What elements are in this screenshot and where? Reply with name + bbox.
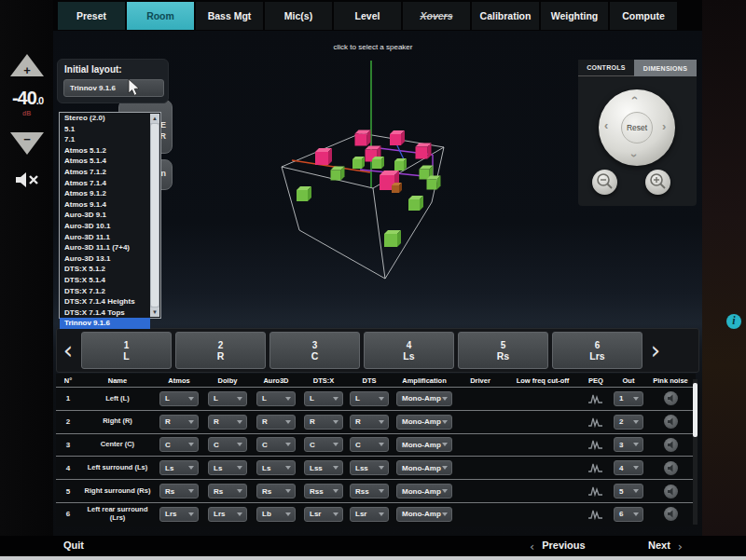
volume-down-button[interactable]: − [10,132,44,155]
layout-option-selected[interactable]: Trinnov 9.1.6 [60,318,150,329]
layout-option[interactable]: DTS:X 5.1.4 [60,275,150,286]
channel-button-4[interactable]: 4 Ls [364,332,454,369]
dolby-select[interactable]: Ls [208,460,247,475]
tab-weighting[interactable]: Weighting [541,2,608,30]
rotate-dpad[interactable]: › › › › Reset [599,89,675,166]
dts-select[interactable]: Lsr [350,507,389,522]
layout-option[interactable]: Auro-3D 9.1 [60,210,150,221]
tab-compute[interactable]: Compute [610,2,677,30]
dolby-select[interactable]: L [208,391,247,406]
zoom-in-button[interactable] [645,170,670,195]
layout-option[interactable]: DTS:X 7.1.4 Heights [60,296,150,307]
auro3d-select[interactable]: Ls [256,460,296,475]
layout-option[interactable]: 5.1 [60,124,150,135]
amplification-select[interactable]: Mono-Amp [396,484,452,499]
layout-option[interactable]: Auro-3D 13.1 [60,253,150,265]
amplification-select[interactable]: Mono-Amp [396,415,452,430]
auro3d-select[interactable]: L [256,391,296,406]
chevron-left-icon[interactable]: › [604,122,608,131]
peq-icon[interactable] [588,462,603,473]
layout-option[interactable]: Atmos 7.1.4 [60,178,150,189]
dolby-select[interactable]: C [208,437,247,452]
layout-option[interactable]: DTS:X 5.1.2 [60,264,150,275]
channel-button-1[interactable]: 1 L [81,332,172,369]
volume-up-button[interactable]: + [10,54,44,76]
amplification-select[interactable]: Mono-Amp [396,437,452,452]
initial-layout-select[interactable]: Trinnov 9.1.6 [63,79,164,97]
auro3d-select[interactable]: Lb [256,507,296,522]
tab-preset[interactable]: Preset [58,2,125,30]
atmos-select[interactable]: Rs [159,484,199,499]
layout-option[interactable]: DTS:X 7.1.2 [60,286,150,297]
layout-option[interactable]: Atmos 7.1.2 [60,167,150,178]
dolby-select[interactable]: R [208,415,247,430]
peq-button[interactable] [582,417,610,428]
atmos-select[interactable]: C [159,437,199,452]
quit-button[interactable]: Quit [63,540,84,551]
peq-icon[interactable] [588,509,603,520]
dtsx-select[interactable]: Rss [304,484,343,499]
layout-option[interactable]: Atmos 9.1.4 [60,199,150,211]
peq-button[interactable] [582,393,610,404]
channel-button-6[interactable]: 6 Lrs [552,332,642,369]
dolby-select[interactable]: Lrs [208,507,247,522]
tab-room[interactable]: Room [127,2,194,30]
out-select[interactable]: 4 [614,460,643,475]
dts-select[interactable]: L [350,391,389,406]
peq-icon[interactable] [588,417,603,428]
layout-option[interactable]: Atmos 5.1.4 [60,156,150,167]
amplification-select[interactable]: Mono-Amp [396,507,452,522]
info-icon[interactable]: i [726,314,741,329]
previous-button[interactable]: ‹ Previous [530,540,586,553]
auro3d-select[interactable]: Rs [256,484,296,499]
strip-next-icon[interactable]: › [644,332,667,369]
channel-button-3[interactable]: 3 C [269,332,360,369]
out-select[interactable]: 6 [614,507,643,522]
dts-select[interactable]: R [350,415,389,430]
layout-option[interactable]: Atmos 9.1.2 [60,188,150,199]
channel-button-2[interactable]: 2 R [175,332,266,369]
pink-noise-button[interactable] [664,391,678,405]
peq-icon[interactable] [588,439,603,450]
layout-option[interactable]: Auro-3D 11.1 [60,232,150,243]
auro3d-select[interactable]: R [256,415,296,430]
chevron-right-icon[interactable]: › [662,122,666,131]
auro3d-select[interactable]: C [256,437,296,452]
list-scrollbar[interactable]: ▲ ▼ [150,114,159,317]
out-select[interactable]: 2 [614,415,643,430]
dts-select[interactable]: Lss [350,460,389,475]
pink-noise-button[interactable] [664,485,678,499]
layout-option[interactable]: Atmos 5.1.2 [60,145,150,157]
scroll-down-icon[interactable]: ▼ [150,307,159,317]
peq-button[interactable] [582,485,610,497]
amplification-select[interactable]: Mono-Amp [396,460,452,475]
table-scrollbar[interactable] [693,379,698,525]
tab-bass-mgt[interactable]: Bass Mgt [196,2,263,30]
pink-noise-button[interactable] [664,507,678,521]
pink-noise-button[interactable] [664,461,678,475]
zoom-out-button[interactable] [592,170,617,195]
chevron-down-icon[interactable]: › [629,154,639,157]
layout-option[interactable]: Auro-3D 10.1 [60,221,150,232]
mute-icon[interactable] [14,171,40,189]
atmos-select[interactable]: R [159,415,199,430]
next-button[interactable]: Next › [648,540,683,553]
peq-button[interactable] [582,439,610,450]
amplification-select[interactable]: Mono-Amp [396,391,452,406]
dtsx-select[interactable]: R [304,415,343,430]
tab-level[interactable]: Level [334,2,401,30]
dtsx-select[interactable]: L [304,391,343,406]
tab-calibration[interactable]: Calibration [472,2,539,30]
dtsx-select[interactable]: Lsr [304,507,343,522]
peq-icon[interactable] [588,393,603,404]
channel-button-5[interactable]: 5 Rs [458,332,548,369]
dolby-select[interactable]: Rs [208,484,247,499]
scrollbar-thumb[interactable] [151,124,159,307]
pink-noise-button[interactable] [664,415,678,429]
scroll-up-icon[interactable]: ▲ [150,114,159,123]
atmos-select[interactable]: Ls [159,460,199,475]
table-scrollbar-thumb[interactable] [693,383,698,437]
layout-option[interactable]: DTS:X 7.1.4 Tops [60,307,150,319]
strip-prev-icon[interactable]: ‹ [57,332,79,369]
out-select[interactable]: 3 [614,437,643,452]
